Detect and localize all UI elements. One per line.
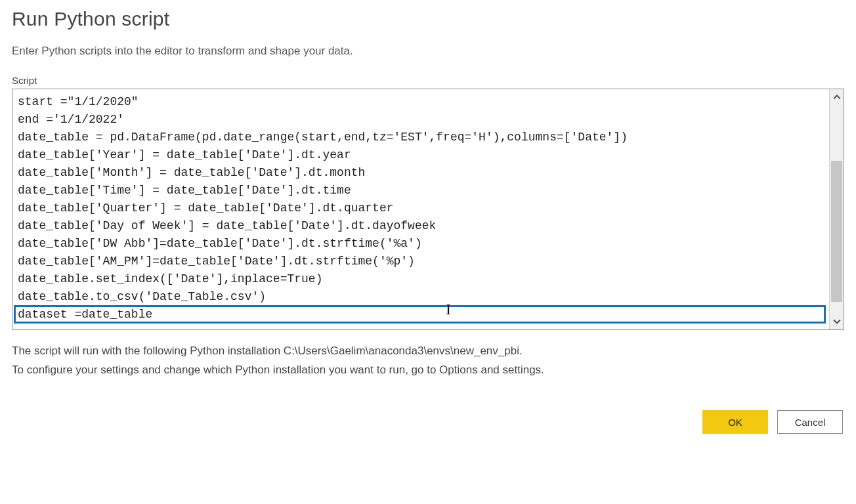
chevron-down-icon	[833, 318, 841, 326]
script-line: date_table.set_index(['Date'],inplace=Tr…	[18, 270, 823, 288]
scrollbar-track[interactable]	[830, 105, 844, 314]
cancel-button[interactable]: Cancel	[777, 410, 843, 434]
scroll-up-button[interactable]	[830, 89, 844, 105]
scrollbar[interactable]	[829, 89, 844, 329]
ok-button[interactable]: OK	[702, 410, 768, 434]
script-line: date_table['Time'] = date_table['Date'].…	[18, 182, 823, 200]
script-line: date_table['AM_PM']=date_table['Date'].d…	[18, 253, 823, 270]
script-line: end ='1/1/2022'	[18, 111, 823, 129]
highlighted-script-line: dataset =date_table	[18, 306, 823, 324]
scroll-down-button[interactable]	[830, 314, 844, 329]
script-line: date_table['Month'] = date_table['Date']…	[18, 164, 823, 182]
script-editor[interactable]: start ="1/1/2020"end ='1/1/2022'date_tab…	[12, 89, 829, 329]
script-line: date_table['DW Abb']=date_table['Date'].…	[18, 235, 823, 253]
info-line-1: The script will run with the following P…	[12, 342, 844, 360]
dialog-title: Run Python script	[12, 8, 844, 30]
script-line: date_table['Year'] = date_table['Date'].…	[18, 146, 823, 164]
script-line: date_table['Quarter'] = date_table['Date…	[18, 200, 823, 217]
chevron-up-icon	[833, 93, 841, 101]
button-row: OK Cancel	[12, 410, 844, 434]
script-line: date_table.to_csv('Date_Table.csv')	[18, 288, 823, 306]
info-text: The script will run with the following P…	[12, 342, 844, 379]
info-line-2: To configure your settings and change wh…	[12, 361, 844, 379]
dialog-subtitle: Enter Python scripts into the editor to …	[12, 45, 844, 58]
scrollbar-thumb[interactable]	[831, 161, 842, 302]
script-label: Script	[12, 75, 844, 86]
script-line: start ="1/1/2020"	[18, 93, 823, 111]
script-line: date_table = pd.DataFrame(pd.date_range(…	[18, 129, 823, 146]
script-line: dataset =date_table	[18, 306, 823, 324]
script-editor-container: start ="1/1/2020"end ='1/1/2022'date_tab…	[12, 89, 844, 330]
script-line: date_table['Day of Week'] = date_table['…	[18, 217, 823, 235]
